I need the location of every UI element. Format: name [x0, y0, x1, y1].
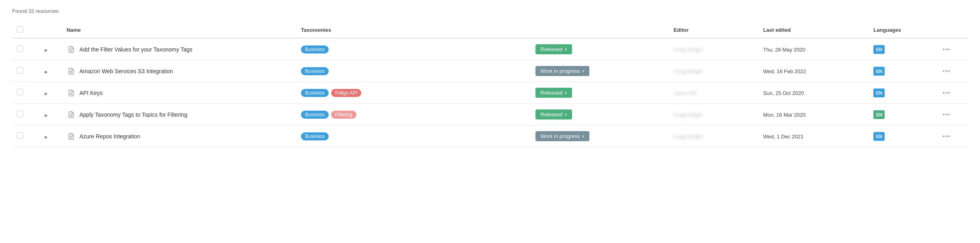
- taxonomy-tags: Business: [301, 132, 526, 140]
- header-editor: Editor: [669, 22, 758, 38]
- more-actions-button[interactable]: •••: [943, 133, 951, 140]
- taxonomy-tags: BusinessPaligo API: [301, 89, 526, 97]
- name-cell: Azure Repos Integration: [66, 132, 291, 141]
- resource-name[interactable]: API Keys: [79, 90, 103, 96]
- doc-icon: [66, 88, 76, 98]
- doc-icon: [66, 66, 76, 76]
- doc-icon: [66, 110, 76, 119]
- taxonomy-tag[interactable]: Business: [301, 89, 329, 97]
- taxonomy-tag[interactable]: Business: [301, 67, 329, 75]
- row-checkbox-2[interactable]: [17, 89, 23, 95]
- resource-name[interactable]: Azure Repos Integration: [79, 133, 140, 140]
- editor-name: Craig Wright: [673, 112, 702, 118]
- main-container: Found 32 resources. Name Taxonomies Edit…: [0, 0, 980, 155]
- status-badge[interactable]: Work in progress ∨: [535, 131, 589, 141]
- taxonomy-tag[interactable]: Business: [301, 111, 329, 119]
- taxonomy-tags: BusinessFiltering: [301, 111, 526, 119]
- taxonomy-tags: Business: [301, 45, 526, 54]
- taxonomy-tag[interactable]: Filtering: [331, 111, 356, 119]
- table-header-row: Name Taxonomies Editor Last edited Langu…: [12, 22, 968, 38]
- resource-name[interactable]: Apply Taxonomy Tags to Topics for Filter…: [79, 111, 187, 118]
- table-row: ▶ Add the Filter Values for your Taxonom…: [12, 38, 968, 60]
- status-badge[interactable]: Released ∨: [535, 44, 572, 54]
- header-taxonomies: Taxonomies: [296, 22, 531, 38]
- last-edited-date: Thu, 28 May 2020: [763, 47, 805, 53]
- resources-table: Name Taxonomies Editor Last edited Langu…: [12, 22, 968, 147]
- resource-name[interactable]: Amazon Web Services S3 Integration: [79, 68, 173, 74]
- row-checkbox-3[interactable]: [17, 111, 23, 117]
- language-badge[interactable]: EN: [873, 89, 885, 97]
- editor-name: Craig Wright: [673, 47, 702, 53]
- chevron-down-icon: ∨: [582, 134, 585, 138]
- status-badge[interactable]: Work in progress ∨: [535, 66, 589, 76]
- editor-name: Craig Wright: [673, 134, 702, 140]
- last-edited-date: Wed, 16 Feb 2022: [763, 68, 806, 74]
- header-last-edited: Last edited: [758, 22, 869, 38]
- table-row: ▶ Apply Taxonomy Tags to Topics for Filt…: [12, 104, 968, 126]
- table-row: ▶ API Keys BusinessPaligo API Released ∨…: [12, 82, 968, 104]
- row-checkbox-1[interactable]: [17, 67, 23, 74]
- select-all-checkbox[interactable]: [17, 26, 23, 33]
- taxonomy-tag[interactable]: Business: [301, 45, 329, 54]
- name-cell: API Keys: [66, 88, 291, 98]
- expand-icon[interactable]: ▶: [45, 48, 48, 52]
- header-checkbox-col: [12, 22, 40, 38]
- found-resources-text: Found 32 resources.: [12, 8, 968, 14]
- more-actions-button[interactable]: •••: [943, 46, 951, 53]
- row-checkbox-4[interactable]: [17, 132, 23, 139]
- doc-icon: [66, 45, 76, 54]
- table-body: ▶ Add the Filter Values for your Taxonom…: [12, 38, 968, 147]
- chevron-down-icon: ∨: [564, 47, 567, 51]
- header-expand-col: [40, 22, 62, 38]
- table-row: ▶ Azure Repos Integration Business Work …: [12, 126, 968, 147]
- language-badge[interactable]: EN: [873, 110, 885, 119]
- last-edited-date: Sun, 25 Oct 2020: [763, 90, 804, 96]
- last-edited-date: Mon, 16 Mar 2020: [763, 112, 806, 118]
- resource-name[interactable]: Add the Filter Values for your Taxonomy …: [79, 46, 192, 53]
- status-badge[interactable]: Released ∨: [535, 109, 572, 119]
- table-row: ▶ Amazon Web Services S3 Integration Bus…: [12, 60, 968, 82]
- name-cell: Amazon Web Services S3 Integration: [66, 66, 291, 76]
- chevron-down-icon: ∨: [564, 112, 567, 117]
- header-actions-col: [938, 22, 968, 38]
- expand-icon[interactable]: ▶: [45, 135, 48, 139]
- taxonomy-tag[interactable]: Paligo API: [331, 89, 361, 97]
- expand-icon[interactable]: ▶: [45, 91, 48, 96]
- language-badge[interactable]: EN: [873, 132, 885, 141]
- chevron-down-icon: ∨: [564, 91, 567, 95]
- taxonomy-tags: Business: [301, 67, 526, 75]
- editor-name: Jason Hill: [673, 90, 696, 96]
- language-badge[interactable]: EN: [873, 45, 885, 54]
- taxonomy-tag[interactable]: Business: [301, 132, 329, 140]
- expand-icon[interactable]: ▶: [45, 113, 48, 117]
- row-checkbox-0[interactable]: [17, 45, 23, 52]
- chevron-down-icon: ∨: [582, 69, 585, 73]
- header-languages: Languages: [869, 22, 937, 38]
- header-status: [531, 22, 669, 38]
- name-cell: Apply Taxonomy Tags to Topics for Filter…: [66, 110, 291, 119]
- name-cell: Add the Filter Values for your Taxonomy …: [66, 45, 291, 54]
- doc-icon: [66, 132, 76, 141]
- editor-name: Craig Wright: [673, 68, 702, 74]
- language-badge[interactable]: EN: [873, 67, 885, 76]
- status-badge[interactable]: Released ∨: [535, 88, 572, 98]
- more-actions-button[interactable]: •••: [943, 111, 951, 118]
- more-actions-button[interactable]: •••: [943, 89, 951, 96]
- expand-icon[interactable]: ▶: [45, 70, 48, 74]
- header-name: Name: [62, 22, 296, 38]
- more-actions-button[interactable]: •••: [943, 68, 951, 74]
- last-edited-date: Wed, 1 Dec 2021: [763, 134, 803, 140]
